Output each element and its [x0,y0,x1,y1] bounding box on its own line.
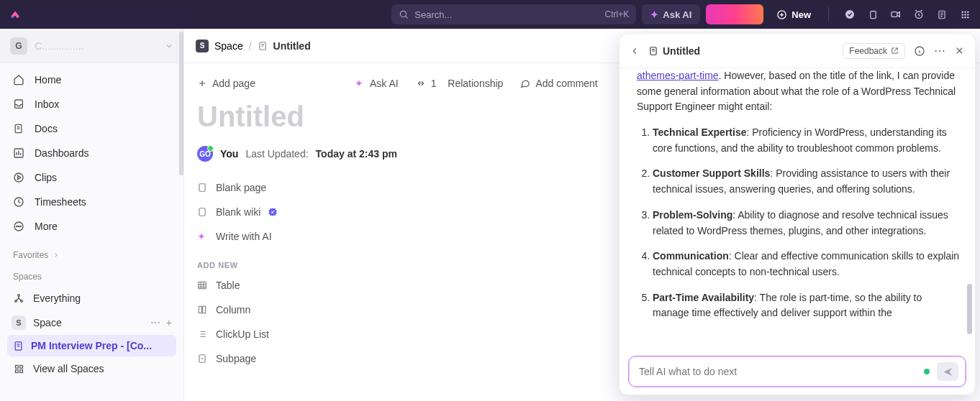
svg-point-14 [964,17,966,19]
nav-docs[interactable]: Docs [0,116,183,141]
ai-input[interactable] [628,356,966,387]
apps-grid-icon[interactable] [958,8,971,21]
nav-timesheets[interactable]: Timesheets [0,190,183,214]
more-dots-icon[interactable]: ⋯ [934,44,945,57]
toolbar-add-comment[interactable]: Add comment [520,78,597,89]
clock-icon [13,195,26,208]
svg-rect-33 [199,184,205,192]
check-circle-icon[interactable] [843,8,856,21]
workspace-switcher[interactable]: G C............... [0,29,183,63]
svg-point-2 [845,10,854,19]
svg-rect-3 [870,11,876,18]
view-all-label: View all Spaces [33,363,104,374]
search-placeholder: Search... [414,9,452,20]
sidebar-doc-pm-interview[interactable]: PM Interview Prep - [Co... [7,335,176,356]
doc-icon [648,46,658,56]
doc-icon [13,341,24,351]
global-search[interactable]: Search... Ctrl+K [391,4,636,24]
ai-list-item: Part-Time Availability: The role is part… [653,290,961,321]
author-you: You [220,148,238,160]
sidebar-space[interactable]: S Space ⋯ + [0,310,183,335]
everything-label: Everything [33,292,81,304]
comment-icon [520,78,531,89]
sparkle-icon: ✦ [355,78,366,89]
docs-icon [13,122,26,135]
svg-point-10 [961,14,963,16]
chevron-down-icon [165,42,173,50]
nav-label: Dashboards [35,147,89,159]
toolbar-ask-ai[interactable]: ✦Ask AI [355,78,399,89]
doc-icon [258,41,268,51]
ai-scrollbar[interactable] [967,284,972,334]
subpage-icon [197,353,209,364]
ai-input-wrap [620,349,975,395]
new-button[interactable]: New [769,4,818,24]
columns-icon [197,304,209,315]
nav-more[interactable]: More [0,214,183,239]
clickup-logo-icon[interactable] [9,7,23,22]
svg-rect-4 [891,12,897,17]
ai-gradient-pill[interactable] [706,4,763,24]
pm-doc-label: PM Interview Prep - [Co... [31,340,152,351]
svg-rect-29 [19,365,22,368]
more-dots-icon[interactable]: ⋯ [150,317,160,328]
updated-value: Today at 2:43 pm [316,148,397,160]
inbox-icon [13,98,26,111]
verified-badge-icon [268,207,278,217]
close-icon[interactable] [954,45,965,56]
ask-ai-button[interactable]: ✦ Ask AI [642,4,700,24]
ai-list-item: Customer Support Skills: Providing assis… [653,166,961,197]
clipboard-icon[interactable] [866,8,879,21]
ai-panel-body: athemes-part-time. However, based on the… [620,68,975,349]
svg-rect-35 [199,282,207,288]
info-icon[interactable] [914,45,925,57]
list-icon [197,328,209,340]
nav-label: Home [35,74,61,86]
crumb-title[interactable]: Untitled [273,40,311,52]
top-bar: Search... Ctrl+K ✦ Ask AI New [0,0,980,29]
svg-rect-34 [199,208,205,216]
send-button[interactable] [937,362,958,381]
nav-dashboards[interactable]: Dashboards [0,141,183,165]
alarm-icon[interactable] [912,8,925,21]
sidebar-scrollbar[interactable] [179,32,183,175]
external-link-icon [891,47,899,55]
add-page-button[interactable]: Add page [197,78,255,89]
favorites-label: Favorites [13,250,48,260]
ai-link[interactable]: athemes-part-time [637,70,719,81]
table-icon [197,280,209,291]
ai-list-item: Problem-Solving: Ability to diagnose and… [653,208,961,239]
video-icon[interactable] [889,8,902,21]
ask-ai-label: Ask AI [663,9,691,20]
nav-label: Inbox [35,98,59,110]
back-icon[interactable] [630,46,640,56]
svg-point-12 [967,14,969,16]
topbar-divider [828,7,829,22]
nav-clips[interactable]: Clips [0,165,183,190]
nav-home[interactable]: Home [0,68,183,92]
svg-point-8 [964,11,966,13]
new-label: New [791,9,811,20]
sidebar-everything[interactable]: Everything [0,286,183,310]
space-label: Space [33,317,62,328]
plus-circle-icon [776,9,787,20]
toolbar-relationship[interactable]: 1 Relationship [416,78,504,89]
svg-point-18 [14,173,23,182]
crumb-space[interactable]: Space [214,40,243,52]
status-dot-icon [924,369,930,374]
doc-icon[interactable] [935,8,948,21]
nav-inbox[interactable]: Inbox [0,92,183,116]
ai-text-input[interactable] [639,366,917,377]
svg-point-22 [18,226,19,226]
play-circle-icon [13,171,26,184]
updated-label: Last Updated: [245,148,308,160]
svg-rect-36 [199,306,201,313]
plus-icon[interactable]: + [166,317,172,328]
favorites-section[interactable]: Favorites [0,243,183,264]
sidebar-view-all-spaces[interactable]: View all Spaces [0,356,183,381]
svg-point-11 [964,14,966,16]
crumb-sep: / [249,40,252,52]
feedback-button[interactable]: Feedback [843,43,905,59]
svg-rect-28 [15,365,18,368]
ai-list-item: Communication: Clear and effective commu… [653,249,961,280]
